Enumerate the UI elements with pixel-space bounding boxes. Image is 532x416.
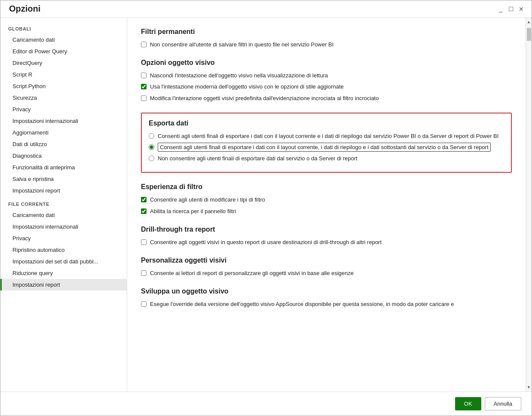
sidebar-item-privacy-fc[interactable]: Privacy [0, 232, 127, 244]
drill-option1-checkbox[interactable] [141, 239, 147, 245]
section-esperienza-filtro: Esperienza di filtro Consentire agli ute… [141, 183, 512, 215]
opzioni-option3-row: Modifica l'interazione oggetti visivi pr… [141, 95, 512, 102]
esporta-radio1-row: Consenti agli utenti finali di esportare… [149, 132, 504, 140]
filtri-option1-row: Non consentire all'utente di salvare fil… [141, 41, 512, 49]
options-dialog: Opzioni ⎯ ☐ ✕ GLOBALI Caricamento dati E… [0, 0, 532, 416]
scroll-thumb[interactable] [527, 28, 531, 41]
sidebar-section-file-corrente: FILE CORRENTE [0, 196, 127, 209]
scroll-track [526, 26, 532, 383]
esporta-radio1-label: Consenti agli utenti finali di esportare… [158, 132, 498, 140]
sidebar-item-dati-utilizzo[interactable]: Dati di utilizzo [0, 138, 127, 150]
sidebar-item-script-python[interactable]: Script Python [0, 80, 127, 92]
opzioni-option2-row: Usa l'intestazione moderna dell'oggetto … [141, 83, 512, 91]
sviluppa-option1-row: Esegue l'override della versione dell'og… [141, 300, 512, 308]
sidebar-item-editor-power-query[interactable]: Editor di Power Query [0, 46, 127, 57]
sidebar-item-sicurezza[interactable]: Sicurezza [0, 92, 127, 104]
sidebar-item-script-r[interactable]: Script R [0, 69, 127, 80]
sviluppa-option1-label: Esegue l'override della versione dell'og… [150, 300, 454, 308]
opzioni-option1-checkbox[interactable] [141, 73, 147, 78]
opzioni-option2-label: Usa l'intestazione moderna dell'oggetto … [150, 83, 344, 91]
esperienza-option1-checkbox[interactable] [141, 197, 147, 202]
sidebar-item-impostazioni-report-g[interactable]: Impostazioni report [0, 185, 127, 196]
sviluppa-option1-checkbox[interactable] [141, 301, 147, 307]
sidebar-item-caricamento-dati-fc[interactable]: Caricamento dati [0, 209, 127, 221]
sidebar-item-salva-ripristina[interactable]: Salva e ripristina [0, 173, 127, 185]
section-personalizza-oggetti: Personalizza oggetti visivi Consente ai … [141, 257, 512, 277]
minimize-icon[interactable]: ⎯ [497, 6, 504, 12]
ok-button[interactable]: OK [455, 397, 481, 410]
sidebar-item-caricamento-dati-g[interactable]: Caricamento dati [0, 34, 127, 46]
dialog-title: Opzioni [9, 4, 40, 14]
esporta-radio3[interactable] [149, 156, 154, 161]
sidebar-item-impostazioni-internazionali-fc[interactable]: Impostazioni internazionali [0, 221, 127, 232]
drill-through-title: Drill-through tra report [141, 226, 512, 233]
section-drill-through: Drill-through tra report Consentire agli… [141, 226, 512, 246]
maximize-icon[interactable]: ☐ [508, 6, 514, 12]
esperienza-option2-row: Abilita la ricerca per il pannello filtr… [141, 208, 512, 215]
sidebar-item-privacy-g[interactable]: Privacy [0, 104, 127, 115]
esperienza-option1-row: Consentire agli utenti di modificare i t… [141, 196, 512, 204]
section-filtri-permanenti: Filtri permanenti Non consentire all'ute… [141, 28, 512, 49]
scroll-up-button[interactable]: ▲ [526, 18, 532, 26]
esperienza-option2-checkbox[interactable] [141, 208, 147, 214]
close-icon[interactable]: ✕ [518, 6, 525, 12]
window-controls: ⎯ ☐ ✕ [497, 6, 525, 12]
sidebar-section-globali: GLOBALI [0, 21, 127, 34]
sidebar-item-directquery[interactable]: DirectQuery [0, 57, 127, 69]
sidebar-item-impostazioni-report-fc[interactable]: Impostazioni report [0, 279, 127, 291]
esperienza-filtro-title: Esperienza di filtro [141, 183, 512, 191]
filtri-permanenti-title: Filtri permanenti [141, 28, 512, 36]
title-bar: Opzioni ⎯ ☐ ✕ [0, 0, 532, 18]
sidebar-item-impostazioni-internazionali-g[interactable]: Impostazioni internazionali [0, 115, 127, 127]
filtri-option1-label: Non consentire all'utente di salvare fil… [150, 41, 333, 49]
opzioni-oggetto-title: Opzioni oggetto visivo [141, 59, 512, 67]
drill-option1-label: Consentire agli oggetti visivi in questo… [150, 239, 382, 246]
dialog-footer: OK Annulla [0, 392, 532, 416]
personalizza-option1-label: Consente ai lettori di report di persona… [150, 269, 354, 277]
drill-option1-row: Consentire agli oggetti visivi in questo… [141, 239, 512, 246]
scroll-down-button[interactable]: ▼ [526, 383, 532, 392]
sidebar-item-ripristino-automatico[interactable]: Ripristino automatico [0, 244, 127, 256]
opzioni-option3-checkbox[interactable] [141, 95, 147, 101]
scrollbar: ▲ ▼ [526, 18, 532, 392]
opzioni-option2-checkbox[interactable] [141, 84, 147, 89]
sviluppa-oggetto-title: Sviluppa un oggetto visivo [141, 288, 512, 295]
esporta-dati-title: Esporta dati [149, 119, 504, 127]
opzioni-option1-label: Nascondi l'intestazione dell'oggetto vis… [150, 72, 328, 80]
esperienza-option1-label: Consentire agli utenti di modificare i t… [150, 196, 265, 204]
esporta-radio3-row: Non consentire agli utenti finali di esp… [149, 155, 504, 162]
sidebar-item-diagnostica[interactable]: Diagnostica [0, 150, 127, 162]
opzioni-option1-row: Nascondi l'intestazione dell'oggetto vis… [141, 72, 512, 80]
sidebar-item-impostazioni-dataset[interactable]: Impostazioni del set di dati pubbl... [0, 256, 127, 267]
sidebar-item-funzionalita-anteprima[interactable]: Funzionalità di anteprima [0, 162, 127, 173]
esporta-radio2[interactable] [149, 144, 154, 150]
esperienza-option2-label: Abilita la ricerca per il pannello filtr… [150, 208, 236, 215]
esporta-radio2-label: Consenti agli utenti finali di esportare… [158, 144, 491, 151]
section-opzioni-oggetto: Opzioni oggetto visivo Nascondi l'intest… [141, 59, 512, 102]
esporta-radio1[interactable] [149, 133, 154, 139]
personalizza-option1-checkbox[interactable] [141, 270, 147, 276]
filtri-option1-checkbox[interactable] [141, 42, 147, 47]
main-content: GLOBALI Caricamento dati Editor di Power… [0, 18, 532, 392]
esporta-radio2-text: Consenti agli utenti finali di esportare… [158, 143, 491, 152]
sidebar-item-aggiornamenti[interactable]: Aggiornamenti [0, 127, 127, 138]
opzioni-option3-label: Modifica l'interazione oggetti visivi pr… [150, 95, 379, 102]
section-esporta-dati: Esporta dati Consenti agli utenti finali… [141, 113, 512, 173]
content-area: Filtri permanenti Non consentire all'ute… [127, 18, 526, 392]
esporta-radio2-row: Consenti agli utenti finali di esportare… [149, 144, 504, 151]
personalizza-option1-row: Consente ai lettori di report di persona… [141, 269, 512, 277]
personalizza-oggetti-title: Personalizza oggetti visivi [141, 257, 512, 264]
section-sviluppa-oggetto: Sviluppa un oggetto visivo Esegue l'over… [141, 288, 512, 308]
sidebar: GLOBALI Caricamento dati Editor di Power… [0, 18, 127, 392]
annulla-button[interactable]: Annulla [485, 397, 521, 410]
sidebar-item-riduzione-query[interactable]: Riduzione query [0, 267, 127, 279]
esporta-radio3-label: Non consentire agli utenti finali di esp… [158, 155, 358, 162]
